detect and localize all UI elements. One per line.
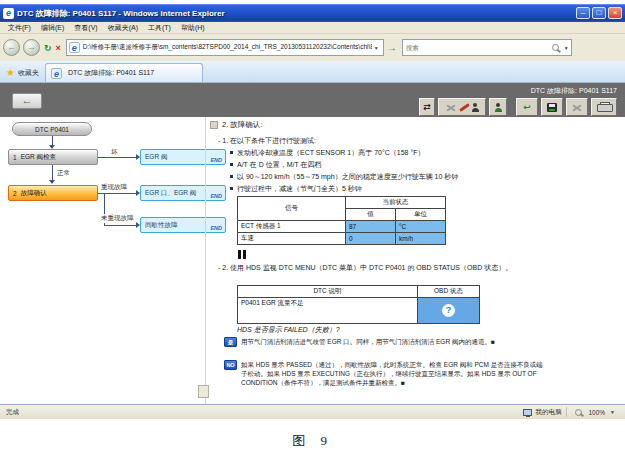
status-text: 完成 — [0, 408, 523, 417]
address-input[interactable]: e D:\维修手册\速派维修手册\sm_contents\82TSPD00_20… — [66, 39, 384, 56]
flow-branch-label: 坏 — [110, 148, 119, 157]
menu-file[interactable]: 文件(F) — [8, 23, 31, 33]
condition-text: 发动机冷却液温度（ECT SENSOR 1）高于 70°C（158 °F） — [237, 148, 425, 158]
value-cell: 87 — [346, 221, 396, 233]
save-button[interactable] — [541, 98, 563, 116]
col-obd-status: OBD 状态 — [418, 286, 480, 298]
favorites-button[interactable]: ★ 收藏夹 — [0, 64, 45, 82]
menu-bar: 文件(F) 编辑(E) 查看(V) 收藏夹(A) 工具(T) 帮助(H) — [0, 22, 625, 34]
search-box: ▼ — [402, 39, 572, 56]
document-title: DTC 故障排除: P0401 S117 — [531, 86, 617, 96]
figure-caption: 图 9 — [0, 432, 625, 450]
menu-edit[interactable]: 编辑(E) — [41, 23, 64, 33]
flow-step2-box[interactable]: 2 故障确认 — [8, 185, 98, 201]
step-label: EGR 阀检查 — [21, 153, 56, 162]
step1-heading: - 1. 在以下条件下进行行驶测试: — [218, 136, 316, 146]
printer-icon — [597, 102, 611, 112]
close-button[interactable]: × — [608, 7, 622, 19]
search-dropdown-icon[interactable]: ▼ — [562, 45, 571, 51]
page-ie-icon: e — [69, 42, 80, 53]
settings-icon — [572, 103, 583, 112]
col-signal: 信号 — [238, 197, 346, 221]
flow-arrow-down-icon — [49, 180, 55, 184]
flow-connector — [104, 225, 136, 226]
back-nav-button[interactable]: ← — [3, 39, 20, 56]
assist-button[interactable] — [489, 98, 507, 116]
viewer-tool-buttons: ⇄ ↩ — [419, 98, 617, 116]
note-text: 如果 HDS 显示 PASSED（通过），间歇性故障，此时系统正常。检查 EGR… — [241, 360, 549, 387]
forward-nav-button[interactable]: → — [23, 39, 40, 56]
tools-icon — [446, 103, 457, 112]
zoom-control[interactable]: 100% ▼ — [572, 409, 625, 416]
menu-favorites[interactable]: 收藏夹(A) — [108, 23, 138, 33]
flow-start-node[interactable]: DTC P0401 — [12, 122, 92, 136]
flow-step1-box[interactable]: 1 EGR 阀检查 — [8, 149, 98, 165]
technician-green-icon — [495, 103, 502, 112]
repair-info-button[interactable] — [438, 98, 486, 116]
flow-normal-label: 正常 — [56, 169, 71, 178]
separator — [566, 407, 567, 417]
menu-view[interactable]: 查看(V) — [74, 23, 97, 33]
condition-text: 以 90～120 km/h（55～75 mph）之间的稳定速度至少行驶车辆 10… — [237, 172, 458, 182]
stop-icon[interactable]: × — [56, 43, 61, 53]
step-label: 故障确认 — [21, 189, 47, 198]
go-button[interactable]: → — [387, 42, 397, 53]
yes-badge-icon: 是 — [224, 337, 237, 347]
ie-icon: e — [3, 8, 14, 19]
col-unit: 单位 — [396, 209, 446, 221]
tab-dtc-troubleshooting[interactable]: e DTC 故障排除: P0401 S117 — [45, 63, 203, 82]
result-label: EGR 阀 — [145, 153, 167, 162]
condition-item: 行驶过程中，减速（节气门全关）5 秒钟 — [230, 184, 600, 194]
browser-window: e DTC 故障排除: P0401 S117 - Windows Interne… — [0, 4, 625, 419]
result-label: 间歇性故障 — [145, 221, 178, 230]
signal-cell: ECT 传感器 1 — [238, 221, 346, 233]
step-number: 2 — [13, 190, 17, 197]
minimize-button[interactable]: – — [576, 7, 590, 19]
flow-connector — [98, 157, 136, 158]
question-mark-icon: ? — [442, 304, 455, 317]
flow-branch-label: 重现故障 — [100, 183, 128, 192]
security-zone: 我的电脑 — [535, 408, 561, 417]
search-input[interactable] — [403, 44, 549, 51]
my-computer-icon — [523, 409, 532, 416]
step-number: 1 — [13, 154, 17, 161]
refresh-icon[interactable]: ↻ — [44, 43, 52, 53]
value-cell: 0 — [346, 233, 396, 245]
document-frame: 2. 故障确认: - 1. 在以下条件下进行行驶测试: 发动机冷却液温度（ECT… — [206, 117, 625, 404]
signal-cell: 车速 — [238, 233, 346, 245]
screenshot-root: e DTC 故障排除: P0401 S117 - Windows Interne… — [0, 0, 625, 460]
bullet-icon — [230, 151, 233, 154]
hds-question: HDS 是否显示 FAILED（失败）? — [237, 325, 340, 335]
viewer-back-button[interactable]: ← — [12, 93, 42, 109]
tab-label: DTC 故障排除: P0401 S117 — [68, 68, 154, 78]
print-button[interactable] — [591, 98, 617, 116]
unit-cell: km/h — [396, 233, 446, 245]
address-text: D:\维修手册\速派维修手册\sm_contents\82TSPD00_2014… — [83, 43, 372, 52]
search-icon[interactable] — [552, 44, 559, 51]
maximize-button[interactable]: □ — [592, 7, 606, 19]
dtc-status-table: DTC 说明 OBD 状态 P0401 EGR 流量不足 ? — [237, 285, 480, 324]
save-icon — [547, 103, 557, 112]
undo-icon: ↩ — [523, 102, 531, 112]
col-dtc-desc: DTC 说明 — [238, 286, 418, 298]
note-text: 用节气门清洁剂清洁进气歧管 EGR 口。同样，用节气门清洁剂清洁 EGR 阀内的… — [241, 337, 549, 347]
technician-icon — [472, 103, 479, 112]
pause-icon — [238, 250, 246, 259]
swap-view-button[interactable]: ⇄ — [419, 98, 435, 116]
menu-help[interactable]: 帮助(H) — [181, 23, 205, 33]
condition-text: A/T 在 D 位置，M/T 在四档 — [237, 160, 322, 170]
address-dropdown-icon[interactable]: ▼ — [372, 45, 381, 51]
menu-tools[interactable]: 工具(T) — [148, 23, 171, 33]
tab-bar: ★ 收藏夹 e DTC 故障排除: P0401 S117 — [0, 61, 625, 83]
signal-status-table: 信号 当前状态 值 单位 ECT 传感器 1 87 °C 车速 0 — [237, 196, 446, 245]
step2-heading: - 2. 使用 HDS 监视 DTC MENU（DTC 菜单）中 DTC P04… — [218, 263, 548, 272]
no-badge-icon: NO — [224, 360, 237, 370]
undo-button[interactable]: ↩ — [516, 98, 538, 116]
bullet-icon — [230, 175, 233, 178]
swap-icon: ⇄ — [423, 102, 431, 112]
settings-button[interactable] — [566, 98, 588, 116]
section-title: 2. 故障确认: — [222, 120, 262, 130]
condition-item: 以 90～120 km/h（55～75 mph）之间的稳定速度至少行驶车辆 10… — [230, 172, 600, 182]
zoom-level: 100% — [588, 409, 605, 416]
title-bar: e DTC 故障排除: P0401 S117 - Windows Interne… — [0, 4, 625, 22]
